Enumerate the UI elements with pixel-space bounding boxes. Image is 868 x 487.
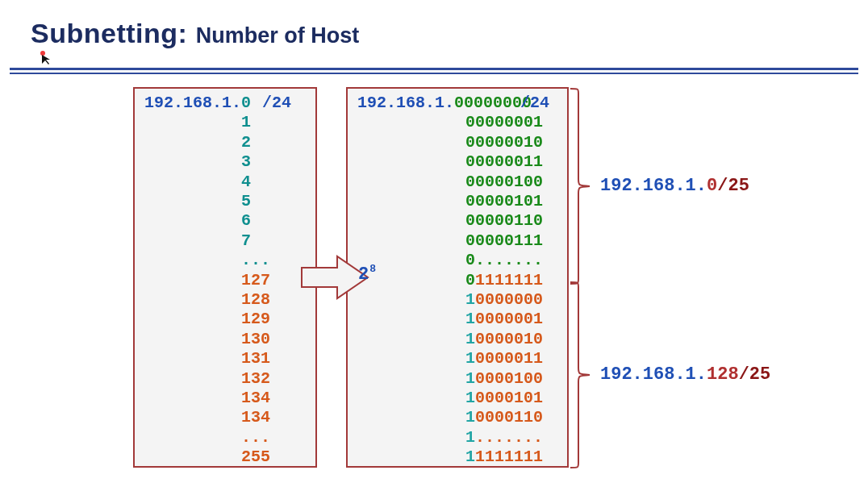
binary-rest: 0000001 (475, 113, 543, 131)
binary-msb: 0 (465, 251, 475, 269)
decimal-row: 255 (144, 447, 306, 467)
binary-row: 10000101 (357, 389, 557, 408)
binary-row: 01111111 (357, 271, 557, 290)
decimal-host: 129 (241, 310, 270, 328)
cidr-label: /24 (262, 94, 291, 113)
binary-msb: 1 (465, 447, 475, 466)
subnet-label-bottom: 192.168.1.128/25 (600, 364, 770, 385)
title-underline-top (10, 68, 858, 70)
binary-msb: 0 (465, 113, 475, 131)
decimal-host: ... (241, 251, 270, 269)
bracket-bottom (569, 281, 593, 469)
binary-row: 10000100 (357, 369, 557, 389)
binary-row: 00000011 (357, 152, 557, 172)
decimal-host: 4 (241, 173, 251, 191)
binary-msb: 1 (465, 389, 475, 407)
binary-msb: 1 (465, 428, 475, 447)
binary-row: 00000101 (357, 192, 557, 211)
decimal-host: 134 (241, 389, 270, 407)
binary-msb: 0 (465, 152, 475, 171)
binary-rest: 0000111 (475, 231, 543, 250)
decimal-host: 132 (241, 369, 270, 388)
title-underline-bottom (10, 73, 858, 74)
decimal-row: 5 (144, 192, 306, 211)
binary-row: 0....... (357, 251, 557, 270)
decimal-row: 2 (144, 133, 306, 152)
two-to-the-eight: 28 (358, 264, 376, 285)
decimal-row: 131 (144, 349, 306, 368)
anno-bottom-cidr: /25 (739, 364, 771, 385)
binary-row: 00000100 (357, 173, 557, 192)
binary-rest: 0000100 (475, 369, 543, 388)
binary-rest: 0000101 (475, 192, 543, 210)
binary-msb: 1 (465, 408, 475, 427)
binary-rest: 0000110 (475, 408, 543, 427)
binary-msb: 1 (465, 349, 475, 368)
binary-rest: 1111111 (475, 447, 543, 466)
binary-rest: 0000010 (475, 330, 543, 348)
decimal-row: ... (144, 428, 306, 447)
decimal-host: 134 (241, 408, 270, 427)
decimal-host: 7 (241, 231, 251, 250)
decimal-addresses-box: 192.168.1.0/241234567...1271281291301311… (133, 87, 317, 468)
binary-msb: 0 (465, 173, 475, 191)
title-main: Subnetting: (31, 18, 187, 48)
binary-msb: 0 (465, 271, 475, 289)
binary-row: 00000010 (357, 133, 557, 152)
binary-row: 1....... (357, 428, 557, 447)
binary-row: 10000011 (357, 349, 557, 368)
decimal-row: 127 (144, 271, 306, 290)
decimal-row: 192.168.1.0/24 (144, 94, 306, 113)
binary-row: 10000001 (357, 310, 557, 329)
network-prefix: 192.168.1. (357, 94, 454, 113)
decimal-host: 255 (241, 447, 270, 466)
binary-msb: 1 (465, 310, 475, 328)
decimal-host: 5 (241, 192, 251, 210)
decimal-host: 2 (241, 133, 251, 152)
decimal-host: 6 (241, 211, 251, 230)
decimal-row: 6 (144, 211, 306, 231)
anno-top-host: 0 (707, 176, 717, 196)
binary-rest: 0000110 (475, 211, 543, 230)
decimal-row: 130 (144, 330, 306, 349)
decimal-row: 4 (144, 173, 306, 192)
decimal-row: 128 (144, 290, 306, 310)
decimal-row: 7 (144, 231, 306, 251)
binary-row: 00000110 (357, 211, 557, 231)
binary-row: 10000110 (357, 408, 557, 427)
binary-rest: 0000101 (475, 389, 543, 407)
binary-row: 10000000 (357, 290, 557, 310)
binary-msb: 0 (465, 211, 475, 230)
binary-rest: ....... (475, 428, 543, 447)
decimal-row: 129 (144, 310, 306, 329)
anno-bottom-prefix: 192.168.1. (600, 364, 707, 385)
binary-row: 11111111 (357, 447, 557, 467)
binary-row: 00000111 (357, 231, 557, 251)
mouse-cursor-icon (39, 51, 52, 69)
decimal-row: 134 (144, 408, 306, 427)
decimal-row: 3 (144, 152, 306, 172)
binary-row: 00000001 (357, 113, 557, 132)
decimal-host: 1 (241, 113, 251, 131)
binary-msb: 0 (454, 94, 464, 112)
bracket-top (569, 87, 593, 285)
binary-rest: 0000000 (475, 290, 543, 309)
binary-rest: 0000011 (475, 349, 543, 368)
binary-msb: 1 (465, 369, 475, 388)
binary-msb: 0 (465, 133, 475, 152)
cidr-label: /24 (520, 94, 549, 113)
decimal-row: 1 (144, 113, 306, 132)
decimal-host: 130 (241, 330, 270, 348)
decimal-host: 0 (241, 94, 251, 112)
power-base: 2 (358, 264, 369, 285)
binary-row: 10000010 (357, 330, 557, 349)
decimal-row: 132 (144, 369, 306, 389)
binary-msb: 1 (465, 290, 475, 309)
svg-point-0 (40, 51, 45, 56)
network-prefix: 192.168.1. (144, 94, 241, 113)
anno-top-cidr: /25 (717, 176, 749, 196)
binary-rest: 0000001 (475, 310, 543, 328)
decimal-row: ... (144, 251, 306, 270)
binary-rest: 0000100 (475, 173, 543, 191)
binary-rest: ....... (475, 251, 543, 269)
